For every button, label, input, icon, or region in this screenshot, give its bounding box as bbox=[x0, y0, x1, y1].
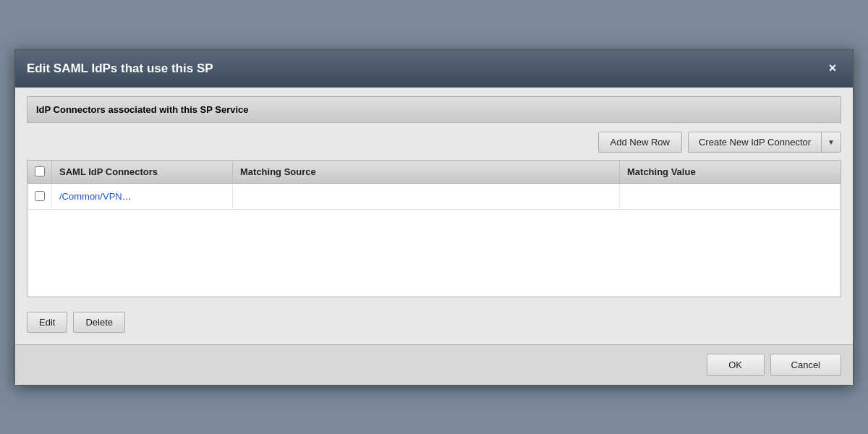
bottom-toolbar: Edit Delete bbox=[27, 306, 841, 336]
dialog-body: IdP Connectors associated with this SP S… bbox=[15, 88, 853, 344]
connector-suffix: … bbox=[122, 191, 132, 202]
connector-cell: /Common/VPN … bbox=[52, 184, 233, 209]
dialog-header: Edit SAML IdPs that use this SP × bbox=[15, 50, 853, 88]
create-connector-button[interactable]: Create New IdP Connector bbox=[689, 132, 822, 152]
row-checkbox[interactable] bbox=[35, 191, 45, 201]
idp-connectors-table: SAML IdP Connectors Matching Source Matc… bbox=[27, 160, 841, 297]
matching-source-cell bbox=[233, 184, 620, 209]
table-row: /Common/VPN … bbox=[27, 184, 841, 210]
toolbar: Add New Row Create New IdP Connector ▼ bbox=[27, 132, 841, 153]
cancel-button[interactable]: Cancel bbox=[770, 354, 841, 376]
dialog-footer: OK Cancel bbox=[15, 344, 853, 385]
select-all-checkbox[interactable] bbox=[35, 166, 45, 176]
section-header: IdP Connectors associated with this SP S… bbox=[27, 96, 841, 123]
ok-button[interactable]: OK bbox=[707, 354, 765, 376]
matching-value-cell bbox=[620, 184, 841, 209]
create-connector-dropdown-arrow[interactable]: ▼ bbox=[822, 132, 841, 152]
table-header: SAML IdP Connectors Matching Source Matc… bbox=[27, 161, 841, 184]
connector-link[interactable]: /Common/VPN bbox=[59, 191, 122, 202]
add-new-row-button[interactable]: Add New Row bbox=[598, 132, 682, 153]
header-connectors: SAML IdP Connectors bbox=[52, 161, 233, 183]
close-button[interactable]: × bbox=[824, 60, 841, 77]
header-checkbox-cell bbox=[27, 161, 52, 183]
delete-button[interactable]: Delete bbox=[73, 312, 125, 333]
edit-saml-idps-dialog: Edit SAML IdPs that use this SP × IdP Co… bbox=[14, 49, 854, 386]
header-matching-source: Matching Source bbox=[233, 161, 620, 183]
row-checkbox-cell bbox=[27, 184, 52, 209]
empty-table-space bbox=[27, 210, 841, 297]
dialog-title: Edit SAML IdPs that use this SP bbox=[27, 61, 213, 76]
create-connector-split-button: Create New IdP Connector ▼ bbox=[688, 132, 841, 153]
header-matching-value: Matching Value bbox=[620, 161, 841, 183]
edit-button[interactable]: Edit bbox=[27, 312, 67, 333]
